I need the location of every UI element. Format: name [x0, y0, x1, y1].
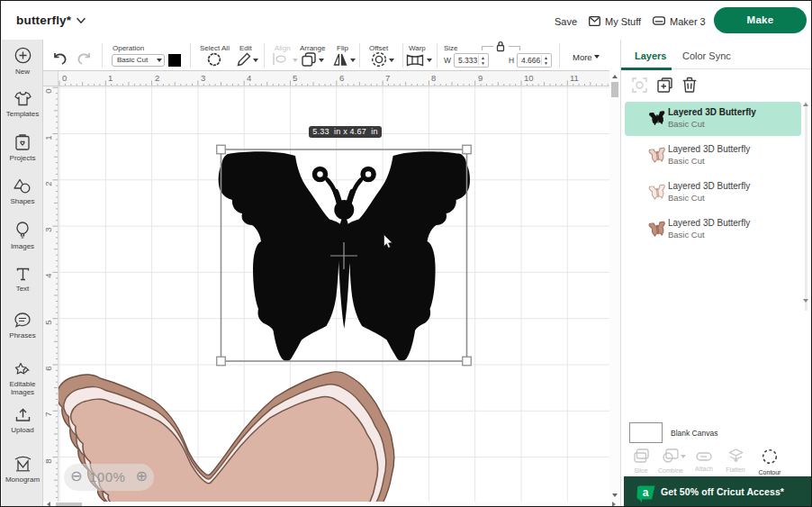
svg-text:a: a — [643, 486, 649, 499]
